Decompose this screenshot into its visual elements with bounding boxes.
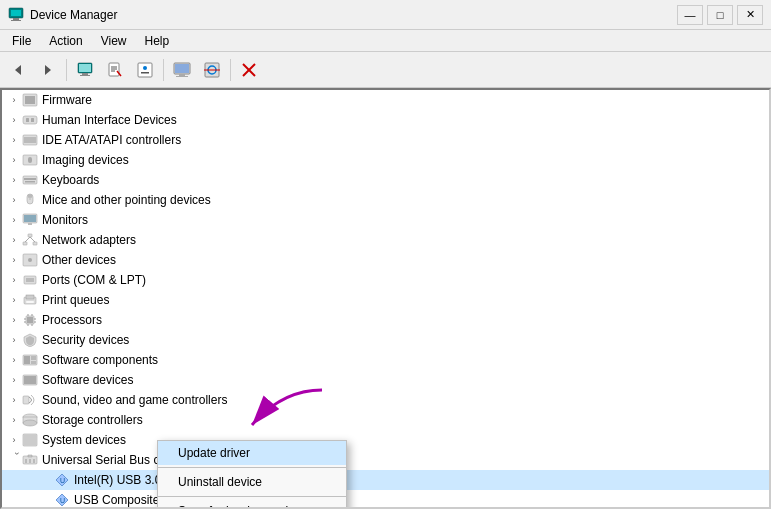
tree-item-firmware[interactable]: › Firmware [2,90,769,110]
print-icon [22,292,38,308]
other-label: Other devices [42,253,116,267]
maximize-button[interactable]: □ [707,5,733,25]
svg-rect-56 [26,301,34,303]
expand-arrow: › [6,132,22,148]
menu-bar: File Action View Help [0,30,771,52]
context-menu-overlay: Update driver Uninstall device Scan for … [157,440,347,509]
usb-composite-icon-1: U [54,492,70,508]
svg-rect-43 [24,215,36,222]
tree-item-usb[interactable]: › Universal Serial Bus controllers [2,450,769,470]
tree-item-processors[interactable]: › Processors [2,310,769,330]
scan-icon [203,61,221,79]
tree-item-ide[interactable]: › IDE ATA/ATAPI controllers [2,130,769,150]
svg-rect-27 [25,96,35,104]
monitors-label: Monitors [42,213,88,227]
tree-item-print[interactable]: › Print queues [2,290,769,310]
expand-arrow: › [6,192,22,208]
menu-action[interactable]: Action [41,32,90,50]
imaging-label: Imaging devices [42,153,129,167]
svg-line-49 [30,237,35,242]
ports-icon [22,272,38,288]
properties-button[interactable] [131,56,159,84]
svg-rect-47 [33,242,37,245]
tree-item-monitors[interactable]: › Monitors [2,210,769,230]
monitors-icon [22,212,38,228]
svg-text:U: U [60,497,65,504]
menu-help[interactable]: Help [137,32,178,50]
svg-rect-3 [11,20,21,21]
tree-item-keyboards[interactable]: › Keyboards [2,170,769,190]
tree-item-security[interactable]: › Security devices [2,330,769,350]
svg-rect-73 [23,396,29,404]
expand-arrow: › [6,292,22,308]
expand-arrow: › [6,152,22,168]
tree-item-intel-usb[interactable]: › U Intel(R) USB 3.0 eXtensible... [2,470,769,490]
delete-icon [240,61,258,79]
tree-item-software-components[interactable]: › Software components [2,350,769,370]
svg-rect-53 [26,278,34,282]
menu-view[interactable]: View [93,32,135,50]
svg-rect-58 [27,317,33,323]
svg-rect-7 [79,64,91,72]
scan-button[interactable] [198,56,226,84]
security-label: Security devices [42,333,129,347]
back-button[interactable] [4,56,32,84]
monitor-button[interactable] [168,56,196,84]
uninstall-button[interactable] [101,56,129,84]
system-icon [22,432,38,448]
svg-rect-72 [24,376,36,384]
forward-button[interactable] [34,56,62,84]
menu-file[interactable]: File [4,32,39,50]
storage-icon [22,412,38,428]
main-content: › Firmware › Human Interface Devices › I… [0,88,771,509]
ports-label: Ports (COM & LPT) [42,273,146,287]
tree-item-system[interactable]: › System devices [2,430,769,450]
monitor-icon [173,61,191,79]
svg-rect-37 [25,181,35,183]
tree-item-storage[interactable]: › Storage controllers [2,410,769,430]
context-menu-update[interactable]: Update driver [158,441,346,465]
toolbar-separator-3 [230,59,231,81]
svg-rect-29 [26,118,29,122]
svg-rect-41 [30,194,32,198]
context-menu-separator-2 [158,496,346,497]
window-title: Device Manager [30,8,117,22]
tree-item-imaging[interactable]: › Imaging devices [2,150,769,170]
tree-item-ports[interactable]: › Ports (COM & LPT) [2,270,769,290]
svg-marker-5 [45,65,51,75]
svg-rect-9 [80,75,90,76]
expand-arrow: › [6,372,22,388]
tree-item-mice[interactable]: › Mice and other pointing devices [2,190,769,210]
close-button[interactable]: ✕ [737,5,763,25]
delete-button[interactable] [235,56,263,84]
svg-rect-19 [179,74,185,76]
tree-item-hid[interactable]: › Human Interface Devices [2,110,769,130]
tree-item-usb-composite-1[interactable]: › U USB Composite Device [2,490,769,509]
svg-rect-34 [28,157,32,163]
svg-rect-28 [23,116,37,124]
window-controls: — □ ✕ [677,5,763,25]
expand-arrow: › [6,332,22,348]
minimize-button[interactable]: — [677,5,703,25]
sound-label: Sound, video and game controllers [42,393,227,407]
uninstall-icon [106,61,124,79]
other-icon [22,252,38,268]
svg-rect-16 [141,72,149,74]
usb-device-icon: U [54,472,70,488]
device-tree[interactable]: › Firmware › Human Interface Devices › I… [0,88,771,509]
ide-icon [22,132,38,148]
back-icon [10,62,26,78]
tree-item-other[interactable]: › Other devices [2,250,769,270]
ide-label: IDE ATA/ATAPI controllers [42,133,181,147]
expand-arrow: › [6,432,22,448]
svg-point-51 [28,258,32,262]
properties-icon [136,61,154,79]
tree-item-software-devices[interactable]: › Software devices [2,370,769,390]
svg-rect-2 [13,18,19,20]
svg-line-48 [25,237,30,242]
svg-point-15 [143,66,147,70]
tree-item-network[interactable]: › Network adapters [2,230,769,250]
tree-item-sound[interactable]: › Sound, video and game controllers [2,390,769,410]
context-menu-uninstall[interactable]: Uninstall device [158,470,346,494]
computer-button[interactable] [71,56,99,84]
